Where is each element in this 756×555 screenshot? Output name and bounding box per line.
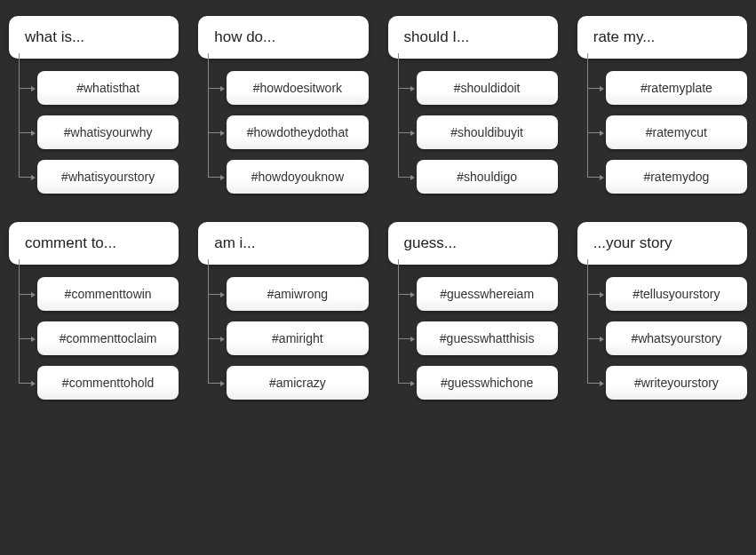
hashtag-box: #howdoesitwork bbox=[227, 71, 368, 105]
hashtag-row: #writeyourstory bbox=[602, 366, 747, 400]
arrow-icon bbox=[410, 292, 415, 297]
group-header: ...your story bbox=[577, 222, 747, 265]
hashtag-row: #shouldigo bbox=[413, 160, 558, 194]
hashtag-row: #tellusyourstory bbox=[602, 277, 747, 311]
group-children: #commenttowin #commenttoclaim #commentto… bbox=[34, 277, 179, 400]
hashtag-row: #commenttowin bbox=[34, 277, 179, 311]
connector-line bbox=[588, 383, 601, 384]
group-children: #shouldidoit #shouldibuyit #shouldigo bbox=[413, 71, 558, 194]
arrow-icon bbox=[410, 175, 415, 180]
hashtag-box: #howdotheydothat bbox=[227, 115, 368, 149]
hashtag-row: #ratemycut bbox=[602, 115, 747, 149]
hashtag-row: #guesswhereiam bbox=[413, 277, 558, 311]
hashtag-row: #shouldibuyit bbox=[413, 115, 558, 149]
connector-line bbox=[399, 294, 411, 295]
hashtag-box: #whatsyourstory bbox=[606, 321, 747, 355]
group-children: #howdoesitwork #howdotheydothat #howdoyo… bbox=[223, 71, 368, 194]
arrow-icon bbox=[600, 131, 604, 136]
hashtag-box: #ratemydog bbox=[606, 160, 747, 194]
arrow-icon bbox=[600, 292, 604, 297]
connector-line bbox=[20, 294, 32, 295]
group-children: #guesswhereiam #guesswhatthisis #guesswh… bbox=[413, 277, 558, 400]
connector-line bbox=[209, 88, 221, 89]
group-guess: guess... #guesswhereiam #guesswhatthisis… bbox=[388, 222, 558, 400]
hashtag-row: #howdotheydothat bbox=[223, 115, 368, 149]
connector-line bbox=[588, 338, 601, 339]
connector-line bbox=[20, 177, 32, 178]
group-children: #amiwrong #amiright #amicrazy bbox=[223, 277, 368, 400]
arrow-icon bbox=[410, 86, 415, 91]
hashtag-grid: what is... #whatisthat #whatisyourwhy #w… bbox=[9, 16, 747, 400]
arrow-icon bbox=[31, 381, 36, 386]
arrow-icon bbox=[220, 131, 225, 136]
connector-line bbox=[399, 177, 411, 178]
hashtag-box: #commenttoclaim bbox=[37, 321, 179, 355]
arrow-icon bbox=[31, 337, 36, 342]
group-header: rate my... bbox=[577, 16, 747, 59]
hashtag-box: #guesswhichone bbox=[417, 366, 558, 400]
hashtag-box: #tellusyourstory bbox=[606, 277, 747, 311]
hashtag-row: #guesswhichone bbox=[413, 366, 558, 400]
arrow-icon bbox=[220, 86, 225, 91]
arrow-icon bbox=[31, 131, 36, 136]
connector-line bbox=[588, 132, 601, 133]
hashtag-row: #whatisthat bbox=[34, 71, 179, 105]
hashtag-box: #amiright bbox=[227, 321, 368, 355]
arrow-icon bbox=[600, 175, 604, 180]
hashtag-box: #guesswhatthisis bbox=[417, 321, 558, 355]
hashtag-box: #commenttohold bbox=[37, 366, 179, 400]
group-how-do: how do... #howdoesitwork #howdotheydotha… bbox=[198, 16, 368, 194]
hashtag-row: #guesswhatthisis bbox=[413, 321, 558, 355]
connector-line bbox=[20, 338, 32, 339]
arrow-icon bbox=[410, 381, 415, 386]
arrow-icon bbox=[31, 292, 36, 297]
group-should-i: should I... #shouldidoit #shouldibuyit #… bbox=[388, 16, 558, 194]
connector-line bbox=[588, 177, 601, 178]
connector-line bbox=[209, 294, 221, 295]
hashtag-box: #whatisyourstory bbox=[37, 160, 179, 194]
group-rate-my: rate my... #ratemyplate #ratemycut #rate… bbox=[577, 16, 747, 194]
group-header: what is... bbox=[9, 16, 179, 59]
arrow-icon bbox=[220, 381, 225, 386]
hashtag-box: #howdoyouknow bbox=[227, 160, 368, 194]
hashtag-row: #whatisyourwhy bbox=[34, 115, 179, 149]
hashtag-box: #amiwrong bbox=[227, 277, 368, 311]
group-header: comment to... bbox=[9, 222, 179, 265]
hashtag-box: #commenttowin bbox=[37, 277, 179, 311]
group-header: how do... bbox=[198, 16, 368, 59]
hashtag-row: #amicrazy bbox=[223, 366, 368, 400]
hashtag-box: #ratemyplate bbox=[606, 71, 747, 105]
group-header: guess... bbox=[388, 222, 558, 265]
connector-line bbox=[20, 88, 32, 89]
hashtag-box: #shouldibuyit bbox=[417, 115, 558, 149]
hashtag-row: #commenttoclaim bbox=[34, 321, 179, 355]
group-comment-to: comment to... #commenttowin #commenttocl… bbox=[9, 222, 179, 400]
arrow-icon bbox=[220, 337, 225, 342]
group-children: #tellusyourstory #whatsyourstory #writey… bbox=[602, 277, 747, 400]
arrow-icon bbox=[31, 86, 36, 91]
connector-line bbox=[209, 177, 221, 178]
group-what-is: what is... #whatisthat #whatisyourwhy #w… bbox=[9, 16, 179, 194]
hashtag-row: #howdoyouknow bbox=[223, 160, 368, 194]
connector-line bbox=[20, 383, 32, 384]
hashtag-box: #shouldidoit bbox=[417, 71, 558, 105]
hashtag-box: #amicrazy bbox=[227, 366, 368, 400]
hashtag-row: #shouldidoit bbox=[413, 71, 558, 105]
group-header: should I... bbox=[388, 16, 558, 59]
arrow-icon bbox=[410, 131, 415, 136]
connector-line bbox=[20, 132, 32, 133]
hashtag-row: #whatsyourstory bbox=[602, 321, 747, 355]
connector-line bbox=[399, 383, 411, 384]
connector-line bbox=[399, 132, 411, 133]
hashtag-row: #howdoesitwork bbox=[223, 71, 368, 105]
hashtag-box: #guesswhereiam bbox=[417, 277, 558, 311]
hashtag-box: #shouldigo bbox=[417, 160, 558, 194]
arrow-icon bbox=[31, 175, 36, 180]
arrow-icon bbox=[410, 337, 415, 342]
hashtag-box: #whatisthat bbox=[37, 71, 179, 105]
hashtag-box: #writeyourstory bbox=[606, 366, 747, 400]
group-header: am i... bbox=[198, 222, 368, 265]
arrow-icon bbox=[600, 337, 604, 342]
arrow-icon bbox=[600, 86, 604, 91]
group-children: #whatisthat #whatisyourwhy #whatisyourst… bbox=[34, 71, 179, 194]
